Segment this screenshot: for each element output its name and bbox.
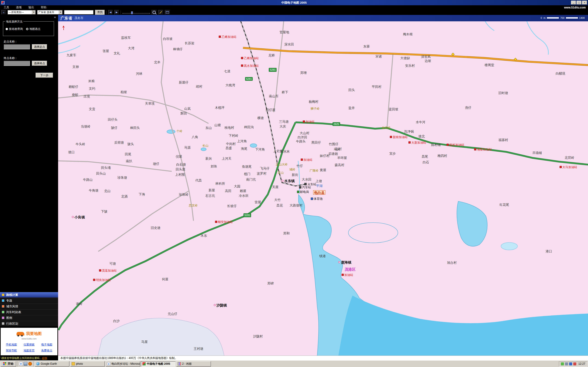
map-label-text: 米粮: [88, 79, 95, 83]
site-link[interactable]: www.51ditu.com: [564, 6, 586, 9]
map-label: 牛角塘: [89, 189, 99, 192]
map-label-text: 旭台村: [447, 261, 457, 264]
menu-item[interactable]: 输出: [28, 6, 34, 9]
end-name-input[interactable]: [4, 61, 30, 66]
map-label-text: 关屋: [272, 185, 279, 189]
map-label-text: 倪屋: [176, 155, 182, 158]
search-input[interactable]: [64, 10, 94, 15]
region-dropdown[interactable]: 广东省 茂名市 ▼: [37, 10, 62, 15]
volume-icon[interactable]: [565, 362, 568, 365]
taskbar-task[interactable]: Google Earth: [35, 361, 69, 367]
category-dropdown[interactable]: ---所有类别--- ▼: [8, 10, 36, 15]
city-icon: [2, 305, 4, 308]
next-step-button[interactable]: 下一步: [36, 73, 53, 78]
gas-pump-icon: [219, 35, 221, 38]
interchange-icon: [451, 53, 455, 56]
map-label: 山岚: [184, 107, 191, 110]
map-label-text: 港口: [545, 250, 552, 253]
map-label-text: 中间村: [226, 142, 236, 145]
map-label: 昌花: [276, 204, 283, 207]
close-button[interactable]: ×: [582, 1, 587, 5]
ie-quicklaunch-icon[interactable]: e: [19, 362, 23, 366]
next-page-icon[interactable]: ▶: [114, 10, 119, 15]
radio-map-pick[interactable]: 地图选点: [26, 27, 40, 31]
desktop-quicklaunch-icon[interactable]: [24, 362, 27, 366]
radio-icon[interactable]: [6, 28, 8, 30]
map-label: 鱼塘尾: [242, 165, 251, 168]
gas-station-marker: 大新加油站: [409, 141, 426, 144]
minimize-button[interactable]: _: [571, 1, 576, 5]
map-label-text: 个岭: [176, 130, 182, 133]
map-label-text: 加油站: [344, 273, 353, 276]
map-label-text: 明良加油站: [96, 278, 111, 282]
zoom-slider-thumb[interactable]: [131, 11, 133, 14]
zoom-slider[interactable]: [122, 11, 150, 14]
gas-pump-icon: [241, 65, 243, 67]
map-label: 牛路头: [296, 140, 306, 143]
sidebar-item-行政区划[interactable]: 行政区划: [0, 321, 58, 326]
radio-by-name[interactable]: 按名称查询: [6, 27, 23, 31]
start-name-input[interactable]: [4, 44, 30, 49]
taskbar-task[interactable]: 中国电子地图 2005: [141, 361, 175, 367]
map-label: 长山: [202, 144, 208, 147]
radio-icon[interactable]: [26, 28, 28, 30]
menu-item[interactable]: 工具: [4, 6, 9, 9]
promo-link[interactable]: 驾驶导航: [2, 349, 20, 352]
map-label: 牛头岭: [76, 142, 85, 146]
promo-link[interactable]: 手机地图: [2, 343, 20, 347]
map-label: 田头屋: [176, 168, 185, 171]
map-label: 张屋: [103, 49, 109, 52]
map-label: 木东: [200, 234, 207, 237]
map-label-text: 杨梅村: [309, 100, 318, 103]
layers-icon[interactable]: [165, 10, 170, 15]
notice-link[interactable]: 赶快: [42, 357, 47, 359]
sidebar-item-城市风情[interactable]: 城市风情: [0, 303, 58, 309]
zoom-magnifier-icon[interactable]: [152, 10, 157, 15]
input-method-icon[interactable]: [573, 362, 576, 365]
promo-link[interactable]: 地图首页: [20, 349, 38, 352]
choose-start-button[interactable]: 选择起点: [32, 44, 47, 49]
map-label: 鹿海镇: [338, 261, 351, 264]
promo-link[interactable]: 位置搜索: [20, 343, 38, 347]
menu-item[interactable]: 帮助: [41, 6, 46, 9]
antivirus-icon[interactable]: [561, 362, 564, 365]
map-header: 广东省 茂名市 0 m 700 1400: [58, 15, 588, 21]
sidebar-item-图例[interactable]: 图例: [0, 315, 58, 321]
find-button[interactable]: 查找: [95, 10, 105, 15]
back-icon[interactable]: «: [1, 10, 6, 15]
clock: 12:27: [578, 362, 585, 365]
taskbar-task[interactable]: 2 - 画图: [176, 361, 211, 367]
map-canvas[interactable]: ▲ 荔枝车白坟坡乙烯加油站官屋地梅木根长苏架棒墒仔深水田东寨大湾张屋文礼尼桥乙烯…: [58, 15, 588, 360]
scale-segment: [566, 17, 578, 19]
sidebar-close-icon[interactable]: ×: [54, 16, 56, 19]
promo-link[interactable]: 电子地图: [38, 343, 56, 347]
prev-page-icon[interactable]: ◀: [108, 10, 113, 15]
map-label-text: 冷水圳: [239, 194, 248, 197]
choose-end-button[interactable]: 选择终点: [32, 61, 47, 66]
media-quicklaunch-icon[interactable]: [28, 362, 32, 366]
map-label-text: 马屋: [141, 340, 148, 343]
map-label-text: 棒田头: [130, 126, 140, 129]
map-label: 电白县: [313, 190, 326, 195]
promo-link[interactable]: 免费接点: [38, 349, 56, 352]
taskbar-task[interactable]: 电白同乡论坛 - Microso...: [106, 361, 140, 367]
task-label: Google Earth: [41, 362, 57, 365]
taskbar-task[interactable]: photo: [70, 361, 105, 367]
desktop: 中国电子地图 2005 _ □ × 工具选项输出帮助 www.51ditu.co…: [0, 0, 588, 367]
road-shield: S281: [269, 68, 277, 72]
maximize-button[interactable]: □: [577, 1, 582, 5]
gas-pump-icon: [99, 269, 101, 272]
map-label: 珍珠岭: [179, 193, 189, 196]
chevron-down-icon[interactable]: ▼: [32, 10, 35, 14]
start-button[interactable]: 开始: [1, 361, 16, 367]
sidebar-item-专题[interactable]: 专题: [0, 298, 58, 303]
sidebar-item-路线计算[interactable]: 路线计算: [0, 292, 58, 298]
map-label-text: 顺安加油站: [218, 220, 233, 223]
chevron-down-icon[interactable]: ▼: [59, 10, 62, 14]
map-label-text: 八角: [191, 135, 198, 139]
map-label-text: 加油站: [306, 120, 315, 123]
menu-item[interactable]: 选项: [16, 6, 22, 9]
measure-pen-icon[interactable]: [158, 10, 163, 15]
network-icon[interactable]: [569, 362, 572, 365]
sidebar-item-列车时刻表[interactable]: 列车时刻表: [0, 309, 58, 315]
